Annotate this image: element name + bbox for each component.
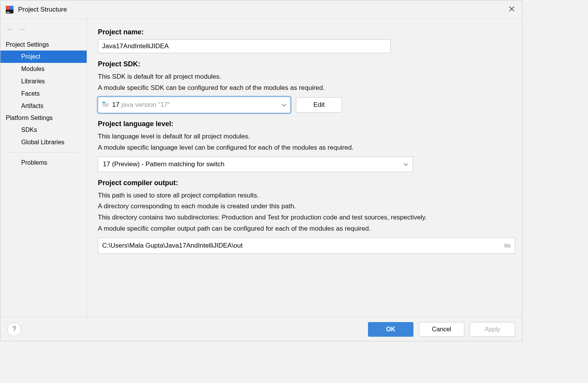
project-name-input[interactable]: [98, 39, 391, 53]
help-icon: ?: [12, 325, 16, 333]
lang-desc-line2: A module specific language level can be …: [98, 144, 353, 151]
sidebar-divider: [7, 152, 80, 153]
sidebar-group-platform-settings: Platform Settings: [0, 112, 87, 124]
out-desc-line1: This path is used to store all project c…: [98, 192, 259, 199]
browse-folder-icon[interactable]: [504, 242, 511, 249]
sdk-selected-name: 17: [112, 101, 119, 109]
sidebar-item-label: SDKs: [21, 127, 37, 133]
sidebar-item-label: Project: [21, 53, 40, 60]
project-sdk-desc: This SDK is default for all project modu…: [98, 71, 511, 94]
nav-back-icon[interactable]: ←: [6, 24, 14, 34]
sidebar-item-label: Global Libraries: [21, 139, 64, 145]
sidebar-item-label: Libraries: [21, 78, 45, 84]
sidebar-group-project-settings: Project Settings: [0, 39, 87, 51]
main-panel: Project name: Project SDK: This SDK is d…: [87, 19, 522, 317]
compiler-output-input[interactable]: [102, 242, 504, 250]
content-area: ← → Project Settings Project Modules Lib…: [0, 19, 522, 317]
out-desc-line4: A module specific compiler output path c…: [98, 225, 371, 232]
nav-arrows: ← →: [0, 22, 87, 39]
project-sdk-select[interactable]: 17 java version "17": [98, 97, 291, 113]
nav-forward-icon[interactable]: →: [18, 24, 27, 34]
compiler-output-label: Project compiler output:: [98, 179, 511, 187]
svg-rect-3: [7, 12, 10, 13]
sidebar-item-libraries[interactable]: Libraries: [0, 75, 87, 88]
cancel-button[interactable]: Cancel: [419, 322, 464, 337]
sidebar-item-problems[interactable]: Problems: [0, 157, 87, 169]
footer: ? OK Cancel Apply: [0, 317, 522, 341]
out-desc-line3: This directory contains two subdirectori…: [98, 214, 427, 221]
language-level-label: Project language level:: [98, 120, 511, 128]
lang-desc-line1: This language level is default for all p…: [98, 133, 250, 140]
svg-rect-1: [6, 6, 10, 10]
compiler-output-desc: This path is used to store all project c…: [98, 190, 511, 235]
sidebar-item-label: Problems: [21, 159, 47, 166]
sidebar-item-label: Artifacts: [21, 103, 44, 109]
ok-button[interactable]: OK: [368, 322, 413, 337]
project-structure-window: Project Structure ← → Project Settings P…: [0, 0, 522, 341]
edit-sdk-button[interactable]: Edit: [296, 97, 342, 113]
close-button[interactable]: [506, 4, 517, 15]
sidebar-item-project[interactable]: Project: [0, 51, 87, 63]
chevron-down-icon: [403, 161, 408, 167]
sidebar-item-label: Facets: [21, 90, 40, 97]
titlebar: Project Structure: [0, 0, 522, 19]
sidebar-item-artifacts[interactable]: Artifacts: [0, 100, 87, 112]
help-button[interactable]: ?: [7, 322, 21, 336]
sdk-desc-line2: A module specific SDK can be configured …: [98, 84, 325, 91]
sidebar-item-facets[interactable]: Facets: [0, 88, 87, 100]
window-title: Project Structure: [18, 6, 506, 13]
sidebar: ← → Project Settings Project Modules Lib…: [0, 19, 87, 317]
svg-rect-6: [102, 102, 105, 103]
project-name-label: Project name:: [98, 28, 511, 36]
language-level-select[interactable]: 17 (Preview) - Pattern matching for swit…: [98, 157, 413, 172]
language-level-desc: This language level is default for all p…: [98, 131, 511, 154]
project-sdk-label: Project SDK:: [98, 60, 511, 68]
sdk-desc-line1: This SDK is default for all project modu…: [98, 73, 221, 80]
sidebar-item-label: Modules: [21, 66, 44, 72]
out-desc-line2: A directory corresponding to each module…: [98, 202, 296, 210]
sidebar-item-global-libraries[interactable]: Global Libraries: [0, 136, 87, 148]
sdk-selected-version: java version "17": [121, 101, 282, 109]
svg-rect-2: [10, 6, 13, 10]
intellij-icon: [5, 5, 14, 14]
sdk-folder-icon: [102, 101, 109, 108]
sidebar-item-sdks[interactable]: SDKs: [0, 124, 87, 136]
apply-button[interactable]: Apply: [470, 322, 515, 337]
compiler-output-field-wrap: [98, 238, 515, 254]
chevron-down-icon: [282, 101, 286, 108]
sidebar-item-modules[interactable]: Modules: [0, 63, 87, 75]
language-level-selected: 17 (Preview) - Pattern matching for swit…: [103, 160, 403, 168]
